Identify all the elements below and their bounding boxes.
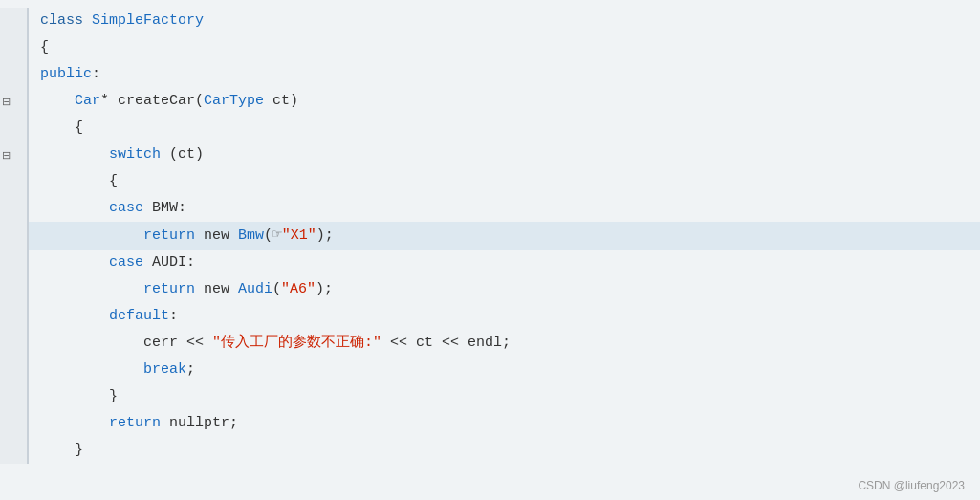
- token: "A6": [281, 281, 316, 297]
- token: case: [109, 200, 152, 216]
- token: Car: [75, 93, 100, 109]
- indent-space: [40, 308, 109, 324]
- token: nullptr;: [169, 415, 238, 431]
- line-content: case AUDI:: [29, 250, 980, 276]
- indent-space: [40, 442, 75, 458]
- code-line: cerr << "传入工厂的参数不正确:" << ct << endl;: [0, 330, 980, 357]
- indent-space: [40, 173, 109, 189]
- code-line: class SimpleFactory: [0, 8, 980, 34]
- token: new: [204, 281, 238, 297]
- code-line: ⊟ switch (ct): [0, 141, 980, 168]
- token: ct): [264, 93, 298, 109]
- token: (: [195, 93, 204, 109]
- token: << ct << endl;: [381, 335, 511, 351]
- code-line: case AUDI:: [0, 250, 980, 276]
- line-content: switch (ct): [29, 141, 980, 168]
- line-gutter: [0, 330, 29, 357]
- fold-indicator-icon[interactable]: ⊟: [2, 149, 11, 162]
- line-content: return new Audi("A6");: [29, 276, 980, 303]
- token: SimpleFactory: [92, 12, 204, 29]
- token: Bmw: [238, 228, 264, 244]
- indent-space: [40, 200, 109, 216]
- indent-space: [40, 146, 109, 163]
- token: }: [109, 388, 118, 404]
- line-content: {: [29, 115, 980, 141]
- cursor-pointer-icon: ☞: [272, 225, 282, 246]
- token: cerr <<: [143, 335, 212, 351]
- token: CarType: [204, 93, 264, 109]
- indent-space: [40, 93, 75, 109]
- code-lines: class SimpleFactory{public:⊟ Car* create…: [0, 8, 980, 464]
- line-gutter: [0, 61, 29, 88]
- token: }: [75, 442, 83, 458]
- line-gutter: ⊟: [0, 141, 29, 168]
- token: ;: [186, 361, 195, 378]
- code-line: return nullptr;: [0, 410, 980, 437]
- line-content: case BMW:: [29, 195, 980, 222]
- token: Audi: [238, 281, 272, 297]
- indent-space: [40, 415, 109, 431]
- indent-space: [40, 281, 143, 297]
- token: default: [109, 308, 169, 324]
- token: {: [75, 120, 83, 136]
- watermark-text: CSDN @liufeng2023: [858, 479, 965, 492]
- token: new: [204, 228, 238, 244]
- line-content: }: [29, 437, 980, 464]
- fold-indicator-icon[interactable]: ⊟: [2, 96, 11, 108]
- code-line: }: [0, 437, 980, 464]
- line-content: default:: [29, 303, 980, 330]
- code-line: ⊟ Car* createCar(CarType ct): [0, 88, 980, 115]
- code-line: default:: [0, 303, 980, 330]
- indent-space: [40, 335, 143, 351]
- token: case: [109, 254, 152, 271]
- token: createCar: [118, 93, 195, 109]
- line-content: break;: [29, 357, 980, 383]
- code-line: {: [0, 115, 980, 141]
- line-gutter: ⊟: [0, 88, 29, 115]
- token: *: [100, 93, 118, 109]
- line-gutter: [0, 8, 29, 34]
- line-content: Car* createCar(CarType ct): [29, 88, 980, 115]
- line-content: {: [29, 34, 980, 61]
- token: break: [143, 361, 186, 378]
- line-content: cerr << "传入工厂的参数不正确:" << ct << endl;: [29, 330, 980, 357]
- line-gutter: [0, 357, 29, 383]
- token: (: [272, 281, 281, 297]
- token: {: [40, 39, 49, 55]
- token: BMW:: [152, 200, 186, 216]
- indent-space: [40, 254, 109, 271]
- token: (: [264, 228, 272, 244]
- token: class: [40, 12, 92, 29]
- token: public: [40, 66, 92, 82]
- line-content: }: [29, 383, 980, 410]
- line-gutter: [0, 383, 29, 410]
- indent-space: [40, 388, 109, 404]
- line-gutter: [0, 168, 29, 195]
- code-line: return new Bmw(☞"X1");: [0, 222, 980, 250]
- token: return: [109, 415, 169, 431]
- code-line: {: [0, 168, 980, 195]
- token: "传入工厂的参数不正确:": [212, 335, 381, 351]
- token: AUDI:: [152, 254, 195, 271]
- code-line: {: [0, 34, 980, 61]
- line-content: {: [29, 168, 980, 195]
- line-gutter: [0, 303, 29, 330]
- line-content: class SimpleFactory: [29, 8, 980, 34]
- indent-space: [40, 120, 75, 136]
- line-gutter: [0, 437, 29, 464]
- line-gutter: [0, 410, 29, 437]
- token: (ct): [161, 146, 204, 163]
- code-line: break;: [0, 357, 980, 383]
- line-gutter: [0, 222, 29, 250]
- token: :: [92, 66, 100, 82]
- line-content: return nullptr;: [29, 410, 980, 437]
- token: );: [316, 281, 333, 297]
- indent-space: [40, 228, 143, 244]
- token: "X1": [282, 228, 316, 244]
- line-gutter: [0, 276, 29, 303]
- line-gutter: [0, 195, 29, 222]
- line-content: return new Bmw(☞"X1");: [29, 222, 980, 250]
- line-gutter: [0, 34, 29, 61]
- line-content: public:: [29, 61, 980, 88]
- token: );: [316, 228, 334, 244]
